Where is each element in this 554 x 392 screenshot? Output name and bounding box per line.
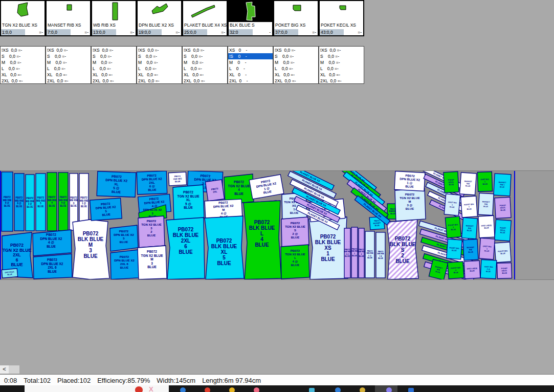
size-row[interactable]: 2XL 0,0 =- [319,78,364,84]
size-row[interactable]: M 0 - [228,59,273,66]
size-row[interactable]: S 0,0 =- [319,53,364,59]
size-row[interactable]: L 0,0 =- [274,66,318,72]
pattern-piece[interactable]: PB072WB RIB7BLUE [351,227,358,278]
pattern-piece[interactable]: PB072WB RIB2BLUE [358,228,365,278]
size-row[interactable]: S 0,0 =- [183,53,227,59]
pattern-piece[interactable]: PB072BLK BLUEL4BLUE [243,201,281,279]
size-row[interactable]: !XS 0,0 =- [137,47,182,53]
pattern-piece[interactable]: PB072DPN BLUE X25BLUE [110,225,138,251]
pattern-piece[interactable]: OKE LAECEBLUE [478,215,495,238]
size-row[interactable]: !XS 0,0 =- [183,47,227,53]
pattern-piece[interactable]: PB072BLK BLUEXL5BLUE [205,216,244,279]
size-row[interactable]: XL 0,0 =- [274,72,318,78]
pattern-piece[interactable]: PB072WB RIB3 @BLUE [26,175,34,231]
piece-id-count[interactable]: 25:0,0 [183,29,207,35]
size-row[interactable]: 2XL 0,0 =- [92,78,136,84]
pattern-piece[interactable]: PB072TGN X2 BLUES2 @BLUE [281,217,309,248]
taskbar-active-app[interactable] [25,385,169,392]
size-row[interactable]: L 0,0 =- [137,66,182,72]
size-row[interactable]: XL 0,0 =- [183,72,227,78]
piece-card-plaket[interactable]: PLAKET BLUE X4 XS25:0,0=- [182,0,228,36]
piece-id-count[interactable]: 13:0,0 [92,29,116,35]
piece-id-count[interactable]: 32:0 [229,29,253,35]
pattern-piece[interactable]: PB072DPN BLUE X2XL5 @BLUE [97,171,136,198]
pattern-piece[interactable]: PB072WB RIB8 @BLUE [14,173,24,231]
pattern-piece[interactable]: PB072TGN X2 BLUEXL5 @BLUE [173,185,204,221]
size-row[interactable]: L 0,0 =- [319,66,364,72]
size-row[interactable]: !XS 0,0 =- [274,47,318,53]
size-row[interactable]: S 0,0 =- [1,53,45,59]
pattern-piece[interactable]: PB072TGN X2 BLUEM3 @BLUE [395,188,426,221]
size-row[interactable]: M 0,0 =- [319,59,364,66]
app-x-icon[interactable]: X [149,386,153,392]
pattern-piece[interactable]: PB072BLK BLUE2XL6BLUE [166,217,205,279]
piece-card-tgn[interactable]: TGN X2 BLUE XS1:0,0=- [0,0,46,36]
pattern-piece[interactable]: MANSETRIBBLUE [478,193,494,215]
size-row[interactable]: XL 0 - [228,72,273,78]
pattern-piece[interactable]: POKET BIGBLUE [447,239,462,259]
piece-id-count[interactable]: 19:0,0 [138,29,162,35]
size-row[interactable]: !S 0 - [228,53,273,59]
horizontal-scrollbar[interactable]: < [0,365,554,374]
pattern-piece[interactable]: PB072DPN BLUE X25BLUE [90,198,122,221]
pattern-piece[interactable]: POKETKECILBLUE [497,263,512,279]
pattern-piece[interactable]: PB072WB RIB8 @BLUE [2,172,13,231]
pattern-piece[interactable]: PB072WB RIB4 @BLUE [58,172,68,231]
size-row[interactable]: M 0,0 =- [92,59,136,66]
piece-id-count[interactable]: 1:0,0 [1,29,25,35]
piece-card-manset[interactable]: MANSET RIB XS7:0,0=- [46,0,91,36]
size-row[interactable]: 2XL 0,0 =- [274,78,318,84]
pattern-piece[interactable]: PB072BLK BLUEM3BLUE [73,220,109,279]
scroll-left-button[interactable]: < [0,365,9,374]
pattern-piece[interactable]: POKETKECILBLUE [444,171,459,192]
size-row[interactable]: 2XL 0,0 =- [137,78,182,84]
pattern-piece[interactable]: OKET BIG1BLUE [444,194,460,215]
pattern-piece[interactable]: OKET BIG1BLUE [479,238,495,259]
size-row[interactable]: 2XL 0,0 =- [1,78,45,84]
app-flower-icon[interactable] [135,386,143,392]
pattern-piece[interactable]: MANSETRIBBLUE [462,217,478,239]
pattern-piece[interactable]: OKET BIG1BLUE [477,172,492,192]
pattern-piece[interactable]: PB072TGN X2 BLUEM3BLUE [138,246,167,279]
size-row[interactable]: L 0 - [228,66,273,72]
marker-canvas[interactable]: PB072WB RIB8 @BLUEPB072WB RIB8 @BLUEPB07… [0,171,554,279]
size-row[interactable]: XL 0,0 =- [1,72,45,78]
taskbar[interactable]: X [0,385,554,392]
pattern-piece[interactable]: PB072TGN X2 BLUEL4 @BLUE [281,245,309,279]
size-row[interactable]: 2XL 0,0 =- [46,78,91,84]
piece-id-count[interactable]: 7:0,0 [47,29,71,35]
pattern-piece[interactable]: PB072WB RIB2 @BLUE [344,228,351,278]
pattern-piece[interactable]: OKET BIG2 @BLUE [480,259,497,279]
size-row[interactable]: S 0,0 =- [92,53,136,59]
pattern-piece[interactable]: POKETKECILBLUE [495,220,512,241]
size-row[interactable]: XL 0,0 =- [92,72,136,78]
piece-card-blk[interactable]: BLK BLUE S32:0- [228,0,273,36]
piece-id-count[interactable]: 37:0,0 [274,29,298,35]
size-row[interactable]: M 0,0 =- [46,59,91,66]
size-row[interactable]: XS 0 - [228,47,273,53]
pattern-piece[interactable]: PB072TGN X2 BLUE32BLUE [138,216,165,248]
size-row[interactable]: L 0,0 =- [46,66,91,72]
size-row[interactable]: 2XL 0 - [228,78,273,84]
pattern-piece[interactable]: PB072BLK BLUEXS1BLUE [309,217,348,279]
size-row[interactable]: XL 0,0 =- [137,72,182,78]
pattern-piece[interactable]: PB072WB RIB1 8BLUE [376,232,385,278]
taskbar-app-icon[interactable] [229,387,235,392]
size-row[interactable]: S 0,0 =- [274,53,318,59]
pattern-piece[interactable]: PB072WB RIB4BLUE [47,172,57,231]
pattern-piece[interactable]: PB072OKE BIGBLUE [168,172,186,186]
size-row[interactable]: S 0,0 =- [46,53,91,59]
size-row[interactable]: S 0,0 =- [137,53,182,59]
size-row[interactable]: !XS 0,0 =- [319,47,364,53]
size-row[interactable]: 2XL 0,0 =- [183,78,227,84]
taskbar-app-icon[interactable] [386,387,392,392]
pattern-piece[interactable]: MANSETRIB 1BLUE [494,173,511,196]
taskbar-app-icon[interactable] [205,387,210,392]
size-row[interactable]: XL 0,0 =- [319,72,364,78]
pattern-piece[interactable]: POKETKECILBLUE [495,197,511,219]
pattern-piece[interactable]: PB072DPN BLUE X22XL 6BLUE [33,254,72,279]
size-row[interactable]: !XS 0,0 =- [46,47,91,53]
size-row[interactable]: L 0,0 =- [1,66,45,72]
taskbar-app-icon[interactable] [335,387,341,392]
size-row[interactable]: M 0,0 =- [274,59,318,66]
